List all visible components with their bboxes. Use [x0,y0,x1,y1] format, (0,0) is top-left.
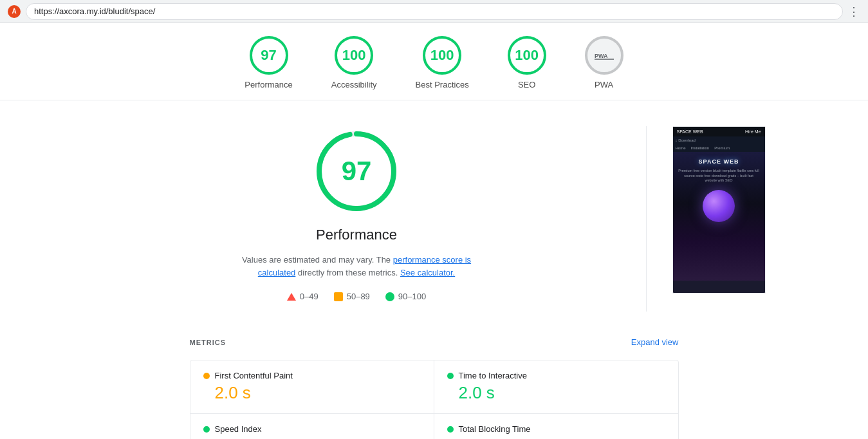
seo-circle: 100 [508,36,546,75]
fail-icon [287,293,296,301]
nav-home: Home [676,146,686,150]
pass-icon [385,292,394,301]
best-practices-circle: 100 [423,36,461,75]
screenshot-description: Premium free version bludit template fla… [678,169,760,183]
metrics-title: METRICS [190,339,226,346]
tbt-name: Total Blocking Time [459,424,531,434]
svg-text:PWA: PWA [595,53,608,59]
tti-status-dot [447,373,454,379]
screenshot-title: SPACE WEB [699,158,739,165]
browser-url[interactable]: https://axcora.my.id/bludit/space/ [26,3,843,20]
left-panel: 97 Performance Values are estimated and … [93,126,620,312]
pass-range: 90–100 [398,292,426,301]
performance-score: 97 [261,47,276,64]
metric-tbt-header: Total Blocking Time [447,424,665,434]
pwa-label: PWA [595,80,613,89]
tbt-value: 0 ms [447,436,665,439]
seo-score: 100 [515,47,539,64]
description-mid: directly from these metrics. [298,268,398,277]
performance-circle: 97 [250,36,288,75]
screenshot-planet [703,190,735,222]
nav-installation: Installation [691,146,710,150]
si-status-dot [203,426,210,433]
score-item-best-practices[interactable]: 100 Best Practices [416,36,469,89]
right-panel: SPACE WEB Hire Me ↓ Download Home Instal… [672,126,775,312]
fcp-value: 2.0 s [203,383,421,403]
accessibility-score: 100 [342,47,366,64]
score-item-seo[interactable]: 100 SEO [508,36,546,89]
browser-bar: A https://axcora.my.id/bludit/space/ ⋮ [0,0,868,23]
url-text: https://axcora.my.id/bludit/space/ [34,6,155,16]
metric-si-header: Speed Index [203,424,421,434]
metric-fcp-header: First Contentful Paint [203,371,421,380]
pwa-icon: PWA [595,49,614,62]
best-practices-label: Best Practices [416,80,469,89]
score-item-performance[interactable]: 97 Performance [245,36,292,89]
metrics-header: METRICS Expand view [190,337,679,347]
score-bar: 97 Performance 100 Accessibility 100 Bes… [0,23,868,100]
score-item-accessibility[interactable]: 100 Accessibility [331,36,377,89]
accessibility-label: Accessibility [331,80,377,89]
tti-value: 2.0 s [447,383,665,403]
screenshot-header: SPACE WEB Hire Me [673,127,765,136]
big-score-wrapper: 97 [311,126,402,216]
calculator-link[interactable]: See calculator. [400,268,455,277]
seo-label: SEO [518,80,535,89]
legend: 0–49 50–89 90–100 [287,292,426,301]
fcp-status-dot [203,373,210,379]
legend-fail: 0–49 [287,292,319,301]
average-icon [334,292,343,301]
si-name: Speed Index [215,424,262,434]
score-item-pwa[interactable]: PWA PWA [585,36,623,89]
big-score-number: 97 [342,156,372,187]
description-text: Values are estimated and may vary. The [242,255,391,265]
screenshot-site-name: SPACE WEB [677,129,703,134]
best-practices-score: 100 [430,47,454,64]
tbt-status-dot [447,426,454,433]
expand-view-button[interactable]: Expand view [631,337,679,347]
screenshot-body: SPACE WEB Premium free version bludit te… [673,152,765,281]
big-score-title: Performance [316,227,397,243]
metric-tti-header: Time to Interactive [447,371,665,380]
screenshot-hire-link: Hire Me [745,129,761,134]
panel-divider [646,126,647,312]
si-value: 2.0 s [203,436,421,439]
screenshot-image: SPACE WEB Hire Me ↓ Download Home Instal… [672,126,766,294]
pwa-circle: PWA [585,36,623,75]
performance-label: Performance [245,80,292,89]
tti-name: Time to Interactive [459,371,527,380]
metric-fcp: First Contentful Paint 2.0 s [190,360,434,414]
score-description: Values are estimated and may vary. The p… [228,254,485,279]
screenshot-nav: Home Installation Premium [673,144,765,152]
metric-tbt: Total Blocking Time 0 ms [434,414,678,439]
screenshot-download-bar: ↓ Download [673,136,765,144]
metric-si: Speed Index 2.0 s [190,414,434,439]
metric-tti: Time to Interactive 2.0 s [434,360,678,414]
average-range: 50–89 [347,292,370,301]
fcp-name: First Contentful Paint [215,371,293,380]
nav-premium: Premium [714,146,730,150]
download-link: ↓ Download [676,138,696,142]
metrics-section: METRICS Expand view First Contentful Pai… [177,337,692,439]
favicon-text: A [12,8,16,15]
main-content: 97 Performance Values are estimated and … [80,100,788,337]
accessibility-circle: 100 [335,36,373,75]
legend-pass: 90–100 [385,292,426,301]
fail-range: 0–49 [300,292,319,301]
browser-favicon: A [8,5,21,18]
browser-menu-button[interactable]: ⋮ [848,5,860,19]
metrics-grid: First Contentful Paint 2.0 s Time to Int… [190,360,679,439]
legend-average: 50–89 [334,292,370,301]
